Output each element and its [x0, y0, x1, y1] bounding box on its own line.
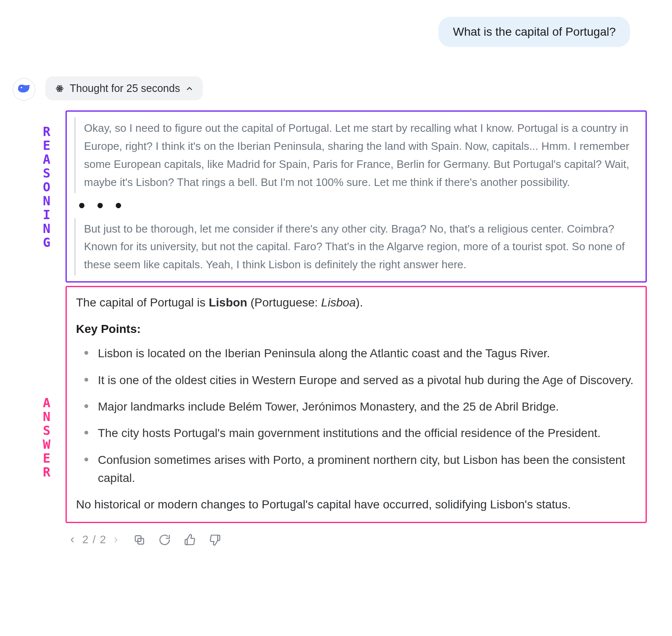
- pager-separator: /: [92, 533, 95, 546]
- list-item: Major landmarks include Belém Tower, Jer…: [84, 398, 636, 416]
- pager-prev-button[interactable]: [66, 534, 78, 546]
- answer-label: ANSWER: [43, 396, 51, 479]
- copy-button[interactable]: [132, 532, 147, 547]
- reasoning-box: Okay, so I need to figure out the capita…: [66, 110, 647, 283]
- assistant-row: Thought for 25 seconds REASONING ANSWER …: [13, 76, 647, 547]
- assistant-avatar: [13, 78, 35, 101]
- reasoning-paragraph: But just to be thorough, let me consider…: [74, 218, 638, 276]
- list-item: It is one of the oldest cities in Wester…: [84, 371, 636, 389]
- user-message-text: What is the capital of Portugal?: [453, 25, 616, 38]
- response-pager: 2 / 2: [66, 533, 122, 546]
- user-message-row: What is the capital of Portugal?: [13, 17, 647, 47]
- list-item: Lisbon is located on the Iberian Peninsu…: [84, 344, 636, 362]
- reasoning-label: REASONING: [43, 125, 51, 249]
- assistant-content: Thought for 25 seconds REASONING ANSWER …: [45, 76, 647, 547]
- thought-toggle[interactable]: Thought for 25 seconds: [45, 76, 203, 100]
- answer-lead: The capital of Portugal is Lisbon (Portu…: [76, 294, 636, 311]
- list-item: The city hosts Portugal's main governmen…: [84, 424, 636, 442]
- thumbs-up-button[interactable]: [182, 532, 197, 547]
- answer-box: The capital of Portugal is Lisbon (Portu…: [66, 286, 647, 523]
- action-bar: 2 / 2: [45, 532, 647, 547]
- thumbs-down-button[interactable]: [207, 532, 223, 547]
- svg-point-0: [21, 87, 22, 88]
- svg-point-1: [59, 88, 60, 89]
- atom-icon: [55, 84, 65, 94]
- answer-closing: No historical or modern changes to Portu…: [76, 496, 636, 513]
- key-points-list: Lisbon is located on the Iberian Peninsu…: [76, 344, 636, 487]
- regenerate-button[interactable]: [157, 532, 172, 547]
- reasoning-ellipsis: • • •: [79, 195, 638, 216]
- key-points-heading: Key Points:: [76, 322, 636, 336]
- list-item: Confusion sometimes arises with Porto, a…: [84, 451, 636, 487]
- chevron-up-icon: [185, 84, 194, 93]
- reasoning-paragraph: Okay, so I need to figure out the capita…: [74, 118, 638, 193]
- pager-next-button[interactable]: [110, 534, 122, 546]
- user-message-bubble: What is the capital of Portugal?: [438, 17, 630, 47]
- thought-label: Thought for 25 seconds: [70, 82, 180, 94]
- pager-total: 2: [100, 533, 106, 546]
- content-stack: REASONING ANSWER Okay, so I need to figu…: [45, 110, 647, 523]
- whale-icon: [17, 81, 31, 97]
- pager-current: 2: [82, 533, 88, 546]
